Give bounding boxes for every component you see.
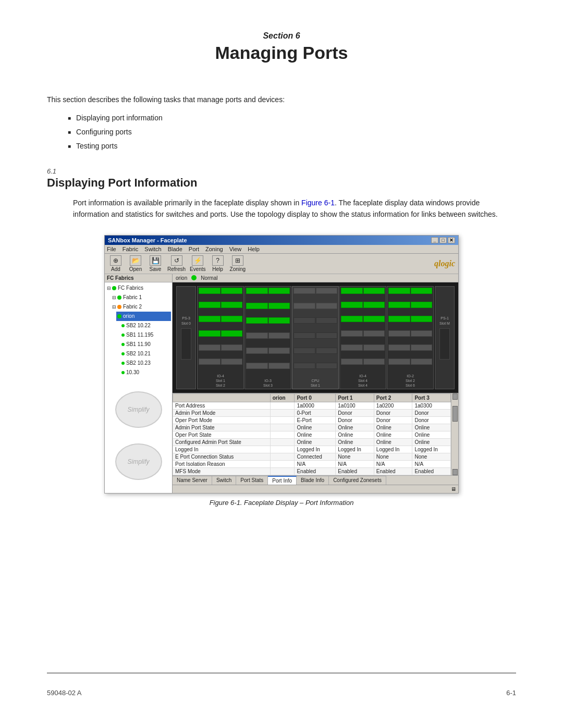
menu-zoning[interactable]: Zoning (205, 246, 223, 252)
menu-file[interactable]: File (107, 246, 116, 252)
win-menubar: File Fabric Switch Blade Port Zoning Vie… (105, 245, 458, 254)
blade-2: IO-3Slot 3 (244, 286, 291, 389)
right-panel: orion Normal PS-3Slot 0 (173, 274, 458, 493)
section-title: Managing Ports (47, 43, 516, 63)
subsection-title: Displaying Port Information (47, 176, 516, 190)
tab-bar: Name Server Switch Port Stats Port Info … (173, 475, 458, 485)
faceplate-body: PS-3Slot 0 (173, 282, 458, 393)
section-label: Section 6 (47, 31, 516, 41)
status-text: Normal (201, 275, 217, 281)
zoning-icon: ⊞ (232, 255, 243, 266)
toolbar-help[interactable]: ? Help (210, 255, 226, 272)
scrollbar[interactable] (451, 393, 458, 475)
table-row: Logged In Logged In Logged In Logged In … (173, 446, 451, 453)
col-header-port2: Port 2 (374, 393, 412, 402)
menu-switch[interactable]: Switch (144, 246, 161, 252)
win-content: FC Fabrics ⊟ FC Fabrics ⊟ Fabric 1 (105, 274, 458, 493)
col-header-orion: orion (270, 393, 295, 402)
figure-caption: Figure 6-1. Faceplate Display – Port Inf… (210, 499, 354, 507)
sanbox-window: SANbox Manager - Faceplate _ □ ✕ File Fa… (104, 235, 459, 493)
blades-container: IO-4Slot 1Slot 2 (197, 286, 434, 389)
page-footer: 59048-02 A 6-1 (47, 673, 516, 697)
bullet-item-3: Testing ports (68, 141, 516, 152)
table-wrapper: orion Port 0 Port 1 Port 2 Port 3 (173, 393, 451, 475)
tab-port-info[interactable]: Port Info (268, 476, 297, 485)
page-container: Section 6 Managing Ports This section de… (0, 0, 563, 728)
body-text-1: Port information is available primarily … (73, 197, 516, 220)
window-title: SANbox Manager - Faceplate (108, 237, 187, 243)
win-titlebar: SANbox Manager - Faceplate _ □ ✕ (105, 236, 458, 245)
figure-link[interactable]: Figure 6-1 (301, 199, 335, 207)
col-header-port0: Port 0 (295, 393, 336, 402)
menu-fabric[interactable]: Fabric (123, 246, 139, 252)
faceplate-header: orion Normal (173, 274, 458, 282)
col-header-port1: Port 1 (336, 393, 374, 402)
tree-root[interactable]: ⊟ FC Fabrics (106, 283, 171, 293)
menu-view[interactable]: View (229, 246, 242, 252)
tree-orion[interactable]: orion (116, 312, 171, 321)
refresh-icon: ↺ (171, 255, 182, 266)
tab-port-stats[interactable]: Port Stats (236, 476, 268, 485)
table-row: MFS Mode Enabled Enabled Enabled Enabled (173, 467, 451, 475)
toolbar-zoning[interactable]: ⊞ Zoning (230, 255, 246, 272)
tab-name-server[interactable]: Name Server (173, 476, 212, 485)
table-with-scrollbar: orion Port 0 Port 1 Port 2 Port 3 (173, 393, 458, 475)
toolbar-refresh[interactable]: ↺ Refresh (167, 255, 186, 272)
subsection-number: 6.1 (47, 167, 516, 175)
table-row: Oper Port State Online Online Online Onl… (173, 431, 451, 438)
toolbar-events[interactable]: ⚡ Events (190, 255, 206, 272)
tab-blade-info[interactable]: Blade Info (297, 476, 329, 485)
blade-3: IO-4Slot 4Slot 4 (339, 286, 386, 389)
events-icon: ⚡ (192, 255, 203, 266)
maximize-button[interactable]: □ (439, 237, 447, 243)
power-left: PS-3Slot 0 (176, 286, 196, 389)
table-row: Port Isolation Reason N/A N/A N/A N/A (173, 460, 451, 467)
win-toolbar: ⊕ Add 📂 Open 💾 Save ↺ Refresh ⚡ Even (105, 254, 458, 274)
minimize-button[interactable]: _ (431, 237, 438, 243)
close-button[interactable]: ✕ (448, 237, 455, 243)
toolbar-open[interactable]: 📂 Open (128, 255, 143, 272)
tree-sb2-10-23[interactable]: SB2 10.23 (120, 359, 171, 368)
status-bar: 🖥 (173, 485, 458, 493)
switch-name-label: orion (176, 275, 187, 281)
qlogic-logo: qlogic (434, 259, 455, 268)
left-panel: FC Fabrics ⊟ FC Fabrics ⊟ Fabric 1 (105, 274, 173, 493)
simplify-logo-1: Simplify (115, 391, 162, 428)
blade-4: IO-2Slot 2Slot 6 (387, 286, 434, 389)
menu-blade[interactable]: Blade (168, 246, 182, 252)
status-dot (191, 275, 197, 280)
tree-sb1-11-90[interactable]: SB1 11.90 (120, 340, 171, 349)
footer-left: 59048-02 A (47, 689, 82, 697)
port-data-table: orion Port 0 Port 1 Port 2 Port 3 (173, 393, 451, 475)
tree-sb2-10-21[interactable]: SB2 10.21 (120, 349, 171, 359)
data-table-area: orion Port 0 Port 1 Port 2 Port 3 (173, 393, 458, 493)
tree-10-30[interactable]: 10.30 (120, 368, 171, 377)
tree-content: ⊟ FC Fabrics ⊟ Fabric 1 ⊟ Fabric (105, 282, 172, 378)
save-icon: 💾 (150, 255, 161, 266)
col-header-label (173, 393, 271, 402)
scrollbar-thumb[interactable] (452, 406, 458, 422)
table-row: Oper Port Mode E-Port Donor Donor Donor (173, 416, 451, 424)
tab-switch[interactable]: Switch (212, 476, 236, 485)
table-row: Admin Port State Online Online Online On… (173, 424, 451, 431)
tree-sb1-11-195[interactable]: SB1 11.195 (120, 330, 171, 340)
tab-configured-zonesets[interactable]: Configured Zonesets (329, 476, 386, 485)
menu-help[interactable]: Help (248, 246, 260, 252)
bullet-item-2: Configuring ports (68, 127, 516, 138)
menu-port[interactable]: Port (189, 246, 199, 252)
section-header: Section 6 Managing Ports (47, 31, 516, 63)
win-controls[interactable]: _ □ ✕ (431, 237, 455, 243)
tree-fabric2[interactable]: ⊟ Fabric 2 (111, 302, 171, 312)
fc-fabrics-header: FC Fabrics (105, 274, 172, 282)
tree-fabric1[interactable]: ⊟ Fabric 1 (111, 293, 171, 302)
footer-right: 6-1 (506, 689, 516, 697)
blade-cpu: CPUSlot 1 (292, 286, 339, 389)
intro-paragraph: This section describes the following tas… (47, 94, 516, 105)
col-header-port3: Port 3 (412, 393, 451, 402)
toolbar-save[interactable]: 💾 Save (148, 255, 163, 272)
toolbar-add[interactable]: ⊕ Add (108, 255, 124, 272)
tree-sb2-10-22[interactable]: SB2 10.22 (120, 321, 171, 330)
chassis-area: PS-3Slot 0 (175, 285, 456, 391)
power-right: PS-1Slot M (435, 286, 455, 389)
table-row: E Port Connection Status Connected None … (173, 453, 451, 460)
